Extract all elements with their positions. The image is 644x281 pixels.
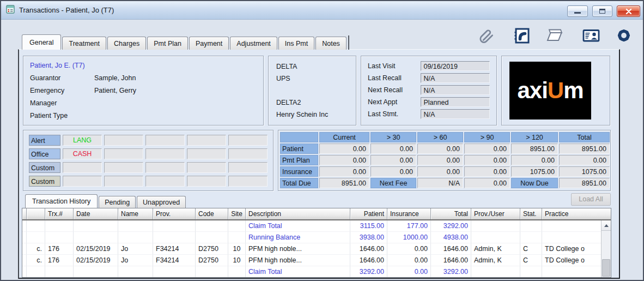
patient-field-row: EmergencyPatient, Gerry (30, 85, 257, 97)
aging-value: 0.00 (319, 155, 369, 165)
tab-ins-pmt[interactable]: Ins Pmt (278, 37, 314, 50)
field-label-manager: Manager (30, 97, 94, 110)
cell-prov-user (471, 232, 520, 243)
tab-general[interactable]: General (22, 34, 61, 50)
column-header-insurance[interactable]: Insurance (387, 208, 431, 219)
cell-practice (542, 266, 601, 278)
insurance-line-1: DELTA (276, 61, 348, 73)
column-header-stat[interactable]: Stat. (520, 208, 542, 219)
aging-row-label-insurance: Insurance (280, 166, 318, 177)
tab-payment[interactable]: Payment (189, 37, 229, 50)
row-gutter (22, 220, 27, 232)
column-header-prov[interactable]: Prov. (153, 208, 196, 219)
field-label-last-visit: Last Visit (368, 62, 421, 70)
recall-row-last-recall: Last RecallN/A (368, 73, 490, 83)
cell-trx (45, 266, 74, 278)
cell-prov (153, 266, 196, 278)
contact-card-button[interactable] (582, 26, 600, 45)
field-label-last-stmt: Last Stmt. (368, 110, 421, 118)
minimize-button[interactable] (567, 5, 588, 17)
field-value-last-stmt: N/A (421, 109, 490, 119)
tab-adjustment[interactable]: Adjustment (230, 37, 277, 50)
cell-total: 3292.00 (431, 220, 471, 232)
patient-field-row: Manager (30, 97, 257, 110)
history-tab-transaction-history[interactable]: Transaction History (25, 194, 98, 208)
phone-book-button[interactable] (512, 26, 531, 45)
column-header-total[interactable]: Total (431, 208, 471, 219)
cell-name: Jo (118, 255, 153, 266)
column-header-patient[interactable]: Patient (350, 208, 387, 219)
maximize-button[interactable] (592, 5, 612, 17)
settings-button[interactable] (615, 26, 633, 45)
column-header-site[interactable]: Site (228, 208, 246, 219)
cell-prov-user: Admin, K (471, 255, 520, 266)
aging-now-due-value: 8951.00 (559, 178, 610, 188)
summary-row[interactable]: Claim Total3292.000.003292.00 (22, 266, 601, 278)
cell-name (118, 232, 153, 243)
aging-value: 1075.00 (559, 166, 610, 177)
scroll-up-arrow[interactable] (602, 220, 611, 231)
alert-cell (145, 162, 185, 173)
transaction-row[interactable]: c.17602/15/2019JoF34214D275010PFM high n… (22, 243, 601, 255)
tab-treatment[interactable]: Treatment (62, 37, 106, 50)
cell-total: 4938.00 (431, 232, 471, 243)
aging-value: 0.00 (559, 155, 610, 165)
scrollbar-thumb[interactable] (602, 259, 610, 277)
transaction-row[interactable]: c.17602/15/2019JoF34214D275010PFM high n… (22, 255, 601, 266)
flip-notes-button[interactable] (545, 26, 563, 45)
column-header-description[interactable]: Description (246, 208, 350, 219)
main-tab-strip: GeneralTreatmentChargesPmt PlanPaymentAd… (22, 34, 349, 50)
paperclip-icon (477, 26, 496, 45)
load-all-button[interactable]: Load All (571, 193, 611, 206)
alert-cell: LANG (63, 135, 102, 146)
aging-value: 8951.00 (511, 144, 558, 154)
cell-patient: 1646.00 (350, 243, 387, 255)
cell-site: 10 (228, 243, 246, 255)
column-header-blank[interactable] (27, 208, 45, 219)
field-value-next-recall: N/A (421, 85, 490, 95)
history-tab-pending[interactable]: Pending (99, 196, 136, 208)
tab-charges[interactable]: Charges (107, 37, 146, 50)
cell-prov-user: Admin, K (471, 243, 520, 255)
aging-value: 1075.00 (511, 166, 558, 177)
column-header-practice[interactable]: Practice (542, 208, 601, 219)
column-header-code[interactable]: Code (196, 208, 228, 219)
cell-code (196, 220, 228, 232)
close-button[interactable] (617, 5, 640, 17)
field-label-guarantor: Guarantor (30, 72, 94, 85)
cell-prov: F34214 (153, 255, 196, 266)
cell-prov (153, 220, 196, 232)
column-header-date[interactable]: Date (74, 208, 118, 219)
cell-stat: C (520, 243, 542, 255)
column-header-trx[interactable]: Trx.# (45, 208, 74, 219)
cell-insurance: 1000.00 (387, 232, 431, 243)
close-icon (625, 9, 632, 14)
aging-value: 0.00 (464, 166, 510, 177)
cell-date: 02/15/2019 (74, 243, 118, 255)
insurance-line-2: UPS (276, 73, 348, 85)
tab-pmt-plan[interactable]: Pmt Plan (147, 37, 188, 50)
cell-patient: 1646.00 (350, 255, 387, 266)
cell-status (27, 266, 45, 278)
aging-header-90: > 90 (464, 132, 510, 142)
tab-notes[interactable]: Notes (315, 37, 347, 50)
cell-description: Claim Total (246, 220, 350, 232)
alert-cell (104, 162, 143, 173)
alert-row-label-alert-1: Alert (29, 135, 60, 146)
field-label-next-appt: Next Appt (368, 98, 421, 106)
summary-row[interactable]: Running Balance3938.001000.004938.00 (22, 232, 601, 243)
aging-header-total: Total (559, 132, 610, 142)
column-header-prov-user[interactable]: Prov./User (471, 208, 520, 219)
alert-cell (145, 135, 185, 146)
attachment-button[interactable] (477, 26, 496, 45)
aging-value: 0.00 (319, 144, 369, 154)
column-header-name[interactable]: Name (118, 208, 153, 219)
history-tab-unapproved[interactable]: Unapproved (137, 196, 186, 208)
alert-cell (63, 176, 102, 187)
summary-row[interactable]: Claim Total3115.00177.003292.00 (22, 220, 601, 232)
aging-value: 0.00 (464, 144, 510, 154)
title-bar: Transactions - Patient, Jo (T7) (1, 1, 643, 20)
axium-logo: axiUm (509, 62, 591, 119)
vertical-scrollbar[interactable] (601, 220, 611, 277)
aging-value: 0.00 (417, 144, 463, 154)
